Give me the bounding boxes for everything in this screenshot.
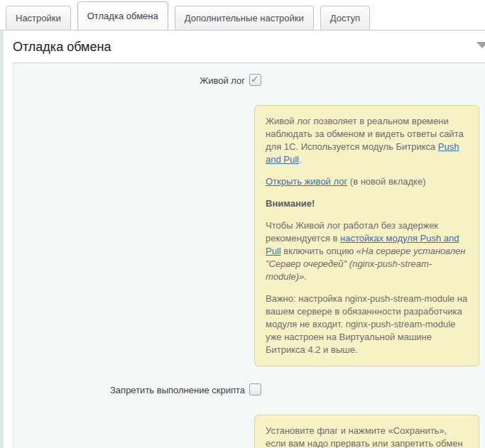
note-text: включить опцию bbox=[281, 246, 356, 256]
checkmark-icon: ✓ bbox=[251, 73, 259, 84]
note-paragraph: Важно: настройка nginx-push-stream-modul… bbox=[266, 293, 468, 356]
chevron-down-icon[interactable] bbox=[476, 42, 485, 48]
settings-panel: Живой лог ✓ Живой лог позволяет в реальн… bbox=[13, 62, 485, 448]
note-text: Живой лог позволяет в реальном времени н… bbox=[266, 116, 464, 152]
note-text: . bbox=[299, 154, 302, 165]
left-edge-strip bbox=[0, 31, 4, 448]
open-live-log-link[interactable]: Открыть живой лог bbox=[266, 176, 347, 187]
form-row-live-log: Живой лог ✓ Живой лог позволяет в реальн… bbox=[13, 74, 485, 366]
tab-label: Дополнительные настройки bbox=[185, 13, 304, 23]
tab-label: Отладка обмена bbox=[87, 11, 158, 21]
tab-dopolnitelnye-nastroyki[interactable]: Дополнительные настройки bbox=[175, 6, 314, 30]
forbid-script-field: Установите флаг и нажмите «Сохранить», е… bbox=[245, 383, 485, 448]
section-header: Отладка обмена bbox=[13, 31, 485, 62]
note-paragraph: Живой лог позволяет в реальном времени н… bbox=[266, 115, 468, 166]
tab-label: Настройки bbox=[16, 13, 61, 23]
note-text: (в новой вкладке) bbox=[347, 176, 425, 187]
forbid-script-checkbox[interactable] bbox=[249, 383, 261, 395]
tab-otladka-obmena[interactable]: Отладка обмена bbox=[77, 1, 168, 30]
note-paragraph: Установите флаг и нажмите «Сохранить», е… bbox=[266, 425, 468, 448]
form-row-forbid-script: Запретить выполнение скрипта Установите … bbox=[13, 383, 485, 448]
tab-label: Доступ bbox=[330, 13, 360, 23]
live-log-checkbox[interactable]: ✓ bbox=[249, 74, 261, 86]
note-paragraph: Внимание! bbox=[266, 197, 468, 210]
live-log-info-note: Живой лог позволяет в реальном времени н… bbox=[254, 105, 479, 366]
tab-nastroyki[interactable]: Настройки bbox=[6, 6, 71, 30]
warning-title: Внимание! bbox=[266, 198, 315, 209]
live-log-label: Живой лог bbox=[13, 74, 245, 87]
live-log-field: ✓ Живой лог позволяет в реальном времени… bbox=[245, 74, 485, 366]
note-paragraph: Чтобы Живой лог работал без задержек рек… bbox=[266, 219, 468, 283]
forbid-script-info-note: Установите флаг и нажмите «Сохранить», е… bbox=[254, 415, 479, 448]
note-paragraph: Открыть живой лог (в новой вкладке) bbox=[266, 175, 468, 188]
tab-bar: Настройки Отладка обмена Дополнительные … bbox=[0, 0, 485, 31]
tab-dostup[interactable]: Доступ bbox=[320, 6, 370, 30]
page-title: Отладка обмена bbox=[13, 40, 111, 55]
forbid-script-label: Запретить выполнение скрипта bbox=[13, 383, 245, 396]
